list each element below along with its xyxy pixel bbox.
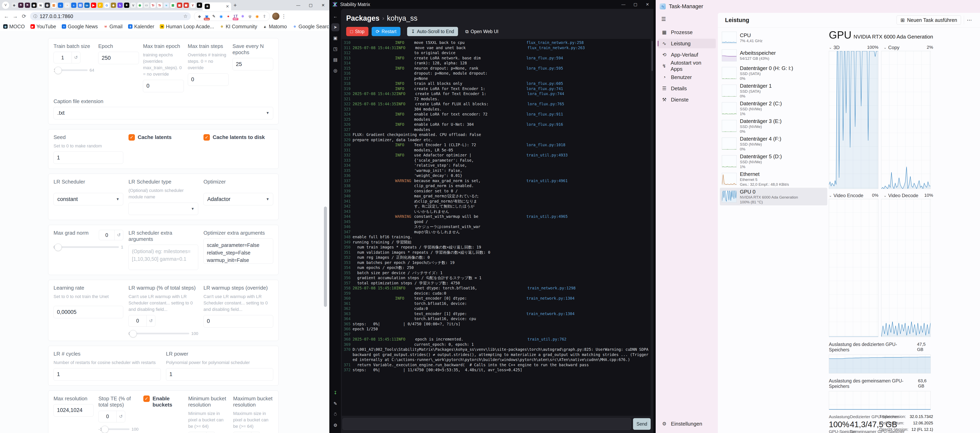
pinned-tab[interactable]: ≡: [70, 1, 77, 9]
log-console[interactable]: 310 INFO move t5XXL back to cpu flux_tra…: [342, 39, 651, 416]
discord-icon[interactable]: ⍥: [331, 411, 339, 419]
pinned-tab[interactable]: ▣: [183, 1, 189, 9]
bookmark[interactable]: 8 Kalender: [128, 24, 154, 29]
sidebar-item-packages[interactable]: ▣: [331, 34, 339, 42]
max-grad-norm-slider[interactable]: [58, 246, 119, 248]
lr-warmup-steps-input[interactable]: 0: [204, 315, 273, 328]
pinned-tab[interactable]: ✳: [196, 1, 203, 9]
pinned-tab[interactable]: h: [117, 1, 123, 9]
reset-icon[interactable]: ↺: [146, 315, 155, 326]
sidebar-item-model-browser[interactable]: ◎: [331, 67, 339, 75]
reset-icon[interactable]: ↺: [115, 230, 123, 240]
chevron-down-icon[interactable]: ⌄: [884, 45, 886, 50]
performance-row[interactable]: Datenträger 4 (F:) SSD (NVMe) 0%: [720, 135, 827, 153]
caption-extension-dropdown[interactable]: .txt▼: [54, 107, 273, 119]
lr-scheduler-type-dropdown[interactable]: ▼: [129, 202, 198, 215]
bookmark[interactable]: ❂ KI Community: [220, 24, 257, 29]
pinned-tab[interactable]: ≈: [163, 1, 170, 9]
chevron-down-icon[interactable]: ⌄: [829, 45, 832, 50]
max-train-steps-input[interactable]: 0: [188, 73, 229, 86]
site-info-icon[interactable]: ⓘ: [33, 14, 37, 19]
lr-cycles-input[interactable]: 1: [54, 368, 161, 380]
slider-knob[interactable]: [129, 330, 137, 337]
pinned-tab[interactable]: in: [84, 1, 90, 9]
seed-input[interactable]: 1: [54, 151, 123, 164]
pinned-tab[interactable]: ◈: [110, 1, 117, 9]
close-button[interactable]: ✕: [317, 0, 329, 10]
performance-row[interactable]: Datenträger 2 (C:) SSD (NVMe) 1%: [720, 99, 827, 117]
tm-sidebar-item[interactable]: ↯ Autostart von Apps: [658, 61, 716, 71]
pinned-tab[interactable]: ▦: [170, 1, 176, 9]
pinned-tab[interactable]: Tr: [150, 1, 156, 9]
bookmark[interactable]: ◉ MOCO: [3, 24, 25, 29]
pinned-tab[interactable]: ▤: [77, 1, 84, 9]
sidebar-item-inference[interactable]: ◳: [331, 45, 339, 53]
hamburger-menu-icon[interactable]: ☰: [661, 16, 718, 22]
send-button[interactable]: Send: [633, 418, 651, 430]
extension-icon[interactable]: ◉: [254, 13, 261, 20]
bookmark[interactable]: M Gmail: [103, 24, 123, 29]
bookmark[interactable]: ▶ YouTube: [30, 24, 56, 29]
extension-icon[interactable]: ▣ New: [203, 13, 210, 20]
pinned-tab[interactable]: ⚑: [18, 1, 24, 9]
chevron-down-icon[interactable]: ⌄: [829, 193, 832, 198]
pinned-tab[interactable]: Y: [189, 1, 196, 9]
pinned-tab[interactable]: ▶: [90, 1, 97, 9]
max-train-epoch-input[interactable]: 0: [143, 80, 184, 92]
pinned-tab[interactable]: ◉: [31, 1, 37, 9]
browser-menu-icon[interactable]: ⋮: [279, 12, 288, 21]
extension-icon[interactable]: ⇪: [261, 13, 268, 20]
pinned-tab[interactable]: ▣: [176, 1, 183, 9]
reset-icon[interactable]: ↺: [116, 411, 125, 422]
reload-icon[interactable]: ⟳: [20, 12, 29, 21]
edit-icon[interactable]: ✎: [331, 400, 339, 408]
maximize-button[interactable]: ▢: [304, 0, 317, 10]
pinned-tab[interactable]: ▥: [51, 1, 57, 9]
pinned-tab[interactable]: F: [97, 1, 103, 9]
chevron-down-icon[interactable]: ⌄: [884, 193, 886, 198]
bookmark[interactable]: ≡ Google News: [62, 24, 98, 29]
extension-icon[interactable]: ψ: [247, 13, 254, 20]
lr-warmup-slider[interactable]: [133, 333, 189, 334]
tm-sidebar-item[interactable]: ▦ Prozesse: [658, 27, 716, 37]
extension-icon[interactable]: ●: [225, 13, 232, 20]
max-resolution-input[interactable]: 1024,1024: [54, 404, 94, 417]
tm-sidebar-item[interactable]: ∿ Leistung: [658, 39, 716, 48]
stop-button[interactable]: □Stop: [346, 27, 368, 36]
save-every-n-epochs-input[interactable]: 25: [232, 58, 273, 70]
performance-row[interactable]: Datenträger 1 SSD (SATA) 0%: [720, 82, 827, 99]
extension-icon[interactable]: ◉: [218, 13, 225, 20]
slider-knob[interactable]: [101, 426, 108, 433]
max-bucket-input[interactable]: 1440↺: [233, 432, 260, 433]
stop-te-slider[interactable]: [104, 428, 129, 430]
pinned-tab[interactable]: Tr: [156, 1, 163, 9]
train-batch-size-input[interactable]: 1↺: [54, 52, 80, 64]
cache-latents-checkbox[interactable]: ✓: [129, 134, 135, 140]
pinned-tab[interactable]: ◍: [44, 1, 51, 9]
pinned-tab[interactable]: ⚑: [24, 1, 31, 9]
performance-row[interactable]: Ethernet Ethernet 5 Ges.: 32,0 Empf.: 48…: [720, 170, 827, 188]
breadcrumb-root[interactable]: Packages: [346, 14, 379, 22]
profile-avatar[interactable]: [272, 13, 279, 20]
pinned-tab[interactable]: ≡: [57, 1, 64, 9]
max-grad-norm-input[interactable]: 0↺: [99, 230, 123, 240]
pinned-tab[interactable]: ▭: [143, 1, 150, 9]
tab-search-button[interactable]: ˅: [2, 2, 9, 9]
pinned-tab[interactable]: G: [103, 1, 110, 9]
tm-sidebar-item[interactable]: ⚒ Dienste: [658, 95, 716, 105]
forward-icon[interactable]: →: [11, 12, 20, 21]
run-new-task-button[interactable]: ⊞Neuen Task ausführen: [897, 16, 961, 25]
pinned-tab[interactable]: N: [37, 1, 44, 9]
lr-power-input[interactable]: 1: [166, 368, 273, 380]
extension-icon[interactable]: ◆: [196, 13, 203, 20]
performance-row[interactable]: Datenträger 5 (D:) SSD (NVMe) 1%: [720, 153, 827, 170]
tm-sidebar-item-settings[interactable]: ⚙ Einstellungen: [658, 419, 716, 428]
lr-scheduler-dropdown[interactable]: constant▼: [54, 193, 123, 205]
bookmark[interactable]: ≋ Human Loop Acade...: [160, 24, 214, 29]
active-tab[interactable]: ✳ ✕: [203, 2, 231, 10]
pinned-tab[interactable]: ✳: [123, 1, 130, 9]
downloads-icon[interactable]: ↧: [331, 389, 339, 397]
settings-gear-icon[interactable]: ⚙: [331, 421, 339, 430]
performance-row[interactable]: Datenträger 3 (E:) SSD (NVMe) 0%: [720, 117, 827, 135]
stop-te-input[interactable]: 0↺: [99, 411, 125, 422]
